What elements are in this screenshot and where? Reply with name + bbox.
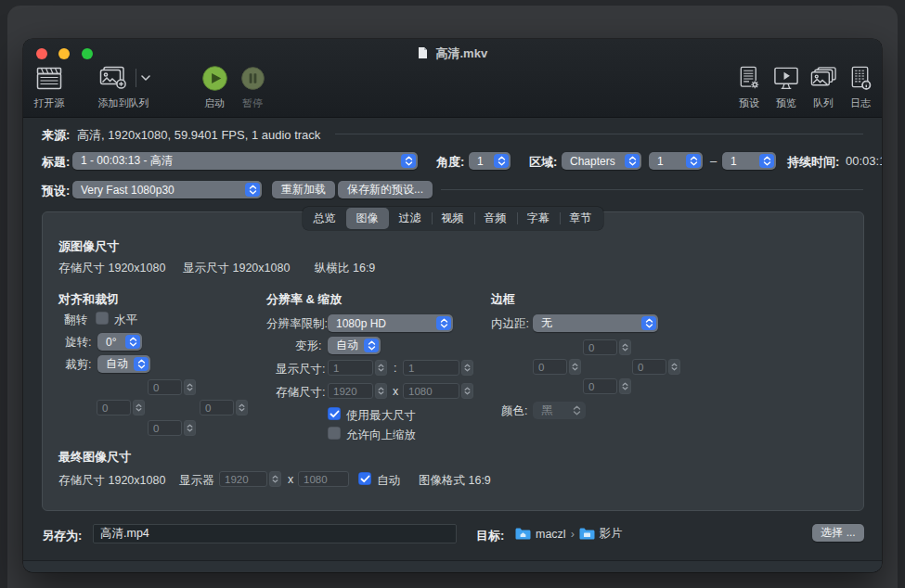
- resolution-limit-label: 分辨率限制:: [266, 316, 328, 332]
- popup-arrows-icon: [125, 335, 140, 349]
- start-button[interactable]: 启动: [196, 63, 233, 110]
- preset-popup[interactable]: Very Fast 1080p30: [72, 181, 262, 198]
- final-auto-checkbox[interactable]: [358, 472, 371, 485]
- title-select-label: 标题:: [42, 154, 70, 171]
- stepper-arrows-icon: [269, 471, 281, 487]
- flip-horizontal-checkbox[interactable]: [96, 312, 109, 325]
- pause-button: 暂停: [234, 63, 271, 110]
- allow-upscale-label: 允许向上缩放: [346, 428, 416, 443]
- padding-right-stepper: 0: [632, 359, 680, 375]
- stepper-arrows-icon: [236, 400, 248, 415]
- stepper-arrows-icon: [461, 383, 473, 399]
- window-title-text: 高清.mkv: [435, 46, 487, 60]
- check-icon: [330, 410, 340, 418]
- angle-popup[interactable]: 1: [469, 152, 511, 170]
- document-icon: [418, 46, 428, 59]
- range-type-popup[interactable]: Chapters: [562, 152, 641, 170]
- save-as-input[interactable]: [93, 524, 457, 543]
- popup-arrows-icon: [436, 316, 451, 330]
- pause-icon: [240, 63, 265, 93]
- preview-icon: [772, 63, 800, 93]
- preview-button[interactable]: 预览: [768, 63, 805, 110]
- popup-arrows-icon: [759, 154, 774, 168]
- storage-width-stepper: 1920: [328, 383, 387, 399]
- crop-header: 对齐和裁切: [58, 291, 119, 308]
- source-aspect-ratio: 纵横比 16:9: [315, 261, 375, 276]
- tab-filters[interactable]: 过滤: [389, 208, 432, 229]
- anamorphic-popup[interactable]: 自动: [328, 337, 381, 354]
- activity-log-icon: [848, 63, 873, 93]
- play-icon: [201, 63, 228, 93]
- popup-arrows-icon: [401, 154, 416, 168]
- window-header: 高清.mkv 打开源: [23, 39, 882, 118]
- path-home-name: maczl: [536, 528, 566, 541]
- destination-path: maczl › 影片: [515, 526, 623, 542]
- divider: [441, 189, 863, 190]
- tab-subtitles[interactable]: 字幕: [517, 208, 560, 229]
- allow-upscale-checkbox[interactable]: [328, 427, 341, 440]
- rotate-popup[interactable]: 0°: [97, 333, 142, 351]
- path-separator: ›: [571, 528, 575, 541]
- borders-header: 边框: [491, 291, 515, 308]
- open-source-label: 打开源: [34, 96, 65, 110]
- activity-log-button[interactable]: 日志: [842, 63, 879, 110]
- range-to-popup[interactable]: 1: [722, 152, 776, 170]
- final-display-label: 显示器: [179, 473, 214, 489]
- preview-label: 预览: [776, 96, 796, 110]
- display-width-stepper: 1: [328, 360, 387, 376]
- duration-value: 00:03:13: [846, 154, 882, 168]
- resolution-limit-popup[interactable]: 1080p HD: [328, 314, 453, 332]
- tab-chapters[interactable]: 章节: [560, 208, 602, 229]
- stepper-arrows-icon: [184, 420, 196, 436]
- queue-button[interactable]: 队列: [805, 63, 842, 110]
- save-new-preset-button[interactable]: 保存新的预设...: [338, 181, 433, 198]
- add-to-queue-button[interactable]: 添加到队列: [81, 63, 166, 110]
- tab-summary[interactable]: 总览: [304, 208, 346, 229]
- popup-arrows-icon: [625, 154, 640, 168]
- pause-label: 暂停: [242, 96, 263, 110]
- title-popup[interactable]: 1 - 00:03:13 - 高清: [72, 152, 418, 170]
- tab-audio[interactable]: 音频: [474, 208, 517, 229]
- use-max-size-checkbox[interactable]: [328, 407, 341, 420]
- path-folder-name: 影片: [600, 526, 623, 542]
- presets-button[interactable]: 预设: [730, 63, 768, 110]
- flip-horizontal-label: 水平: [114, 313, 137, 328]
- browse-destination-button[interactable]: 选择 ...: [812, 524, 864, 542]
- stepper-arrows-icon: [461, 360, 473, 376]
- padding-popup[interactable]: 无: [533, 314, 658, 332]
- display-size-colon: :: [394, 362, 396, 375]
- queue-label: 队列: [813, 96, 834, 110]
- window-bottom-strip: [23, 561, 882, 572]
- anamorphic-label: 变形:: [295, 339, 321, 354]
- stepper-arrows-icon: [619, 339, 631, 355]
- reload-preset-button[interactable]: 重新加载: [272, 181, 335, 198]
- crop-mode-label: 裁剪:: [65, 357, 91, 373]
- presets-icon: [737, 63, 762, 93]
- popup-arrows-icon: [364, 339, 379, 352]
- angle-label: 角度:: [436, 154, 464, 171]
- window-title: 高清.mkv: [23, 45, 882, 62]
- queue-icon: [809, 63, 838, 93]
- divider: [335, 134, 863, 134]
- border-color-popup: 黑: [533, 402, 586, 419]
- resolution-header: 分辨率 & 缩放: [266, 291, 343, 308]
- crop-top-stepper: 0: [148, 379, 196, 395]
- range-from-popup[interactable]: 1: [649, 152, 703, 170]
- open-source-button[interactable]: 打开源: [27, 63, 71, 110]
- crop-mode-popup[interactable]: 自动: [97, 355, 150, 373]
- stepper-arrows-icon: [375, 383, 387, 399]
- storage-size-label: 存储尺寸:: [276, 385, 325, 401]
- popup-arrows-icon: [641, 316, 656, 330]
- stepper-arrows-icon: [619, 378, 631, 394]
- tab-picture[interactable]: 图像: [346, 208, 389, 229]
- tab-video[interactable]: 视频: [432, 208, 474, 229]
- toolbar-separator: [136, 69, 136, 87]
- final-height-field: 1080: [298, 471, 349, 487]
- popup-arrows-icon: [494, 154, 509, 168]
- final-auto-label: 自动: [377, 473, 400, 489]
- final-size-header: 最终图像尺寸: [58, 449, 131, 466]
- stepper-arrows-icon: [133, 400, 145, 415]
- picture-tabs: 总览 图像 过滤 视频 音频 字幕 章节: [303, 207, 603, 230]
- final-width-stepper: 1920: [219, 471, 281, 487]
- source-label: 来源:: [42, 127, 70, 144]
